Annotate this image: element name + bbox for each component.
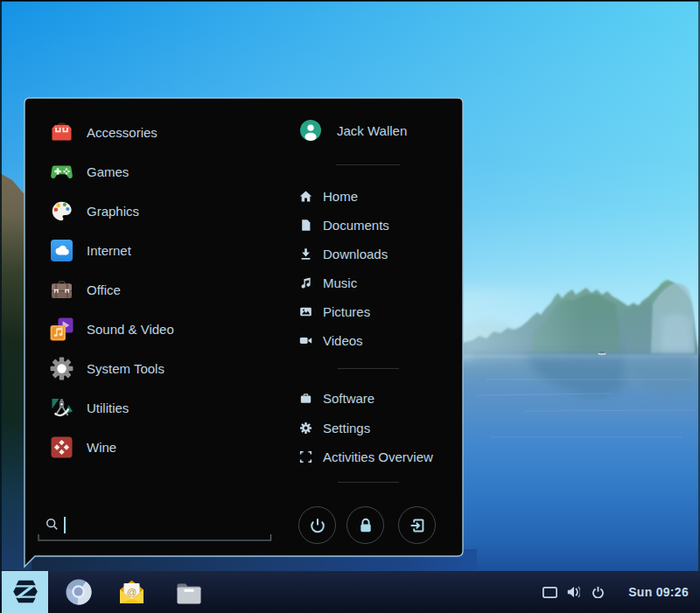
svg-text:@: @	[127, 587, 137, 597]
